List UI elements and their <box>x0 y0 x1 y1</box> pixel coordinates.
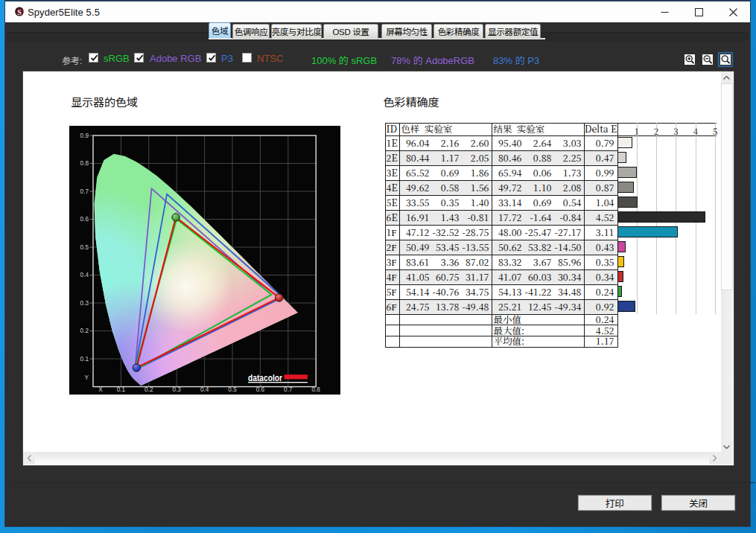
summary-label: 最大值: <box>492 325 584 336</box>
horizontal-scrollbar-thumb[interactable] <box>35 453 495 465</box>
app-icon: S <box>14 7 25 17</box>
cell-sample-lab: 49.620.581.56 <box>399 180 492 195</box>
lab-value: 65.52 <box>400 168 430 178</box>
svg-text:0.1: 0.1 <box>117 386 126 393</box>
tab-2[interactable]: 色调响应 <box>232 24 270 39</box>
lab-value: 34.75 <box>460 287 489 297</box>
cell-id: 3E <box>385 165 399 180</box>
tab-5[interactable]: 屏幕均匀性 <box>381 24 432 39</box>
scroll-up-arrow[interactable] <box>721 71 734 83</box>
col-header-delta: Delta E <box>584 123 617 135</box>
lab-value: 95.40 <box>492 138 522 148</box>
svg-text:0.7: 0.7 <box>284 386 293 393</box>
cell-id: 4F <box>385 269 399 284</box>
tab-1[interactable]: 色域 <box>209 22 231 39</box>
checkmark-icon <box>89 53 99 63</box>
lab-value: 87.02 <box>460 258 489 267</box>
accuracy-table-row: 6F 24.7513.78-49.48 25.2112.45-49.34 0.9… <box>385 299 617 314</box>
cell-delta-e: 0.43 <box>584 240 617 255</box>
chevron-right-icon <box>713 455 717 462</box>
accuracy-table-row: 1E 96.042.162.60 95.402.643.03 0.79 <box>385 135 617 150</box>
titlebar[interactable]: S Spyder5Elite 5.5 <box>5 1 750 22</box>
svg-text:0.4: 0.4 <box>80 272 89 278</box>
zoom-in-button[interactable] <box>684 54 696 66</box>
lab-value: 2.25 <box>552 153 582 163</box>
lab-value: 0.35 <box>430 198 460 208</box>
svg-text:0.1: 0.1 <box>80 356 89 363</box>
lab-value: 54.14 <box>400 287 430 297</box>
reference-checkbox-label: sRGB <box>104 53 130 64</box>
col-header-sample: 色样 实验室 <box>399 123 492 135</box>
svg-text:0.2: 0.2 <box>144 386 153 393</box>
coverage-text-3: 83% 的 P3 <box>493 53 539 67</box>
lab-value: 0.58 <box>430 183 460 193</box>
lab-value: 80.44 <box>400 153 430 163</box>
zoom-reset-button[interactable] <box>720 54 731 66</box>
svg-text:0.3: 0.3 <box>173 386 182 393</box>
lab-value: -1.64 <box>522 213 552 223</box>
reference-checkbox[interactable] <box>134 53 144 63</box>
maximize-button[interactable] <box>682 1 716 22</box>
lab-value: 3.36 <box>430 258 460 267</box>
svg-text:0.6: 0.6 <box>256 386 265 393</box>
bar-chart-scale-tick: 2 <box>649 124 664 137</box>
lab-value: 1.56 <box>460 183 489 193</box>
print-button[interactable]: 打印 <box>578 495 652 511</box>
checkmark-icon <box>207 53 217 63</box>
cell-sample-lab: 16.911.43-0.81 <box>399 210 492 225</box>
cell-delta-e: 0.99 <box>584 165 617 180</box>
reference-checkbox-label: NTSC <box>257 53 283 64</box>
reference-checkbox[interactable] <box>89 53 98 63</box>
lab-value: 33.55 <box>400 198 430 208</box>
tab-6[interactable]: 色彩精确度 <box>433 24 483 39</box>
minimize-button[interactable] <box>647 1 682 22</box>
delta-e-bar-chart: 12345 <box>617 123 717 347</box>
svg-text:0.7: 0.7 <box>80 188 89 195</box>
vertical-scrollbar-thumb[interactable] <box>721 83 733 290</box>
lab-value: 17.72 <box>492 213 522 223</box>
delta-e-bar-1F <box>617 226 679 237</box>
cell-id: 4E <box>385 180 399 195</box>
cell-delta-e: 0.87 <box>584 180 617 195</box>
tab-3[interactable]: 亮度与对比度 <box>271 24 322 39</box>
delta-e-bar-3F <box>617 256 624 267</box>
reference-checkbox[interactable] <box>242 53 252 63</box>
horizontal-scrollbar[interactable] <box>23 452 721 465</box>
accuracy-table-row: 3E 65.520.691.86 65.940.061.73 0.99 <box>385 165 617 180</box>
reference-checkbox[interactable] <box>206 53 216 63</box>
color-accuracy-table: ID 色样 实验室 结果 实验室 Delta E 1E 96.042.162.6… <box>385 123 618 348</box>
primary-marker <box>276 294 283 301</box>
scroll-left-arrow[interactable] <box>23 452 35 465</box>
chevron-down-icon <box>723 445 730 449</box>
cell-sample-lab: 80.441.172.05 <box>399 150 492 165</box>
lab-value: -25.47 <box>522 228 552 237</box>
vertical-scrollbar[interactable] <box>721 71 734 453</box>
lab-value: 85.96 <box>552 258 582 267</box>
close-dialog-button[interactable]: 关闭 <box>661 495 735 511</box>
lab-value: 50.49 <box>400 243 430 252</box>
zoom-out-icon <box>702 54 713 65</box>
lab-value: 1.10 <box>522 183 552 193</box>
bar-chart-top-border <box>617 123 717 124</box>
coverage-text-2: 78% 的 AdobeRGB <box>391 53 474 67</box>
lab-value: -14.50 <box>552 243 582 252</box>
svg-text:0.4: 0.4 <box>200 386 209 393</box>
delta-e-bar-3E <box>617 167 637 178</box>
tab-4[interactable]: OSD 设置 <box>323 24 378 39</box>
cell-id: 6F <box>385 299 399 314</box>
accuracy-table-row: 4E 49.620.581.56 49.721.102.08 0.87 <box>385 180 617 195</box>
cell-delta-e: 0.34 <box>584 269 617 284</box>
scroll-right-arrow[interactable] <box>709 452 721 465</box>
tab-7[interactable]: 显示器额定值 <box>485 24 541 39</box>
col-header-result: 结果 实验室 <box>492 123 584 135</box>
lab-value: 41.05 <box>400 272 430 282</box>
lab-value: 0.69 <box>522 198 552 208</box>
lab-value: 12.45 <box>522 302 552 312</box>
svg-text:0.8: 0.8 <box>80 160 89 167</box>
reference-checkbox-label: P3 <box>221 53 233 64</box>
lab-value: 1.40 <box>460 198 489 208</box>
close-button[interactable] <box>716 1 750 22</box>
accuracy-table-row: 3F 83.613.3687.02 83.323.6785.96 0.35 <box>385 255 617 269</box>
lab-value: -49.48 <box>460 302 489 312</box>
zoom-out-button[interactable] <box>702 54 714 66</box>
